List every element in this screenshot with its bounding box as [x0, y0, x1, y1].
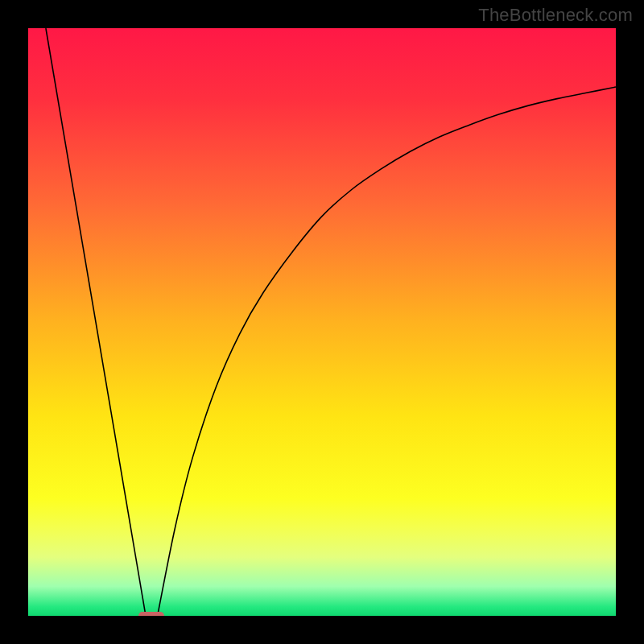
left-line-path	[46, 28, 146, 616]
right-curve-path	[158, 87, 616, 616]
chart-frame: TheBottleneck.com	[0, 0, 644, 644]
chart-curves	[28, 28, 616, 616]
plot-area	[28, 28, 616, 616]
watermark-text: TheBottleneck.com	[478, 5, 633, 26]
bottleneck-marker	[138, 612, 164, 616]
